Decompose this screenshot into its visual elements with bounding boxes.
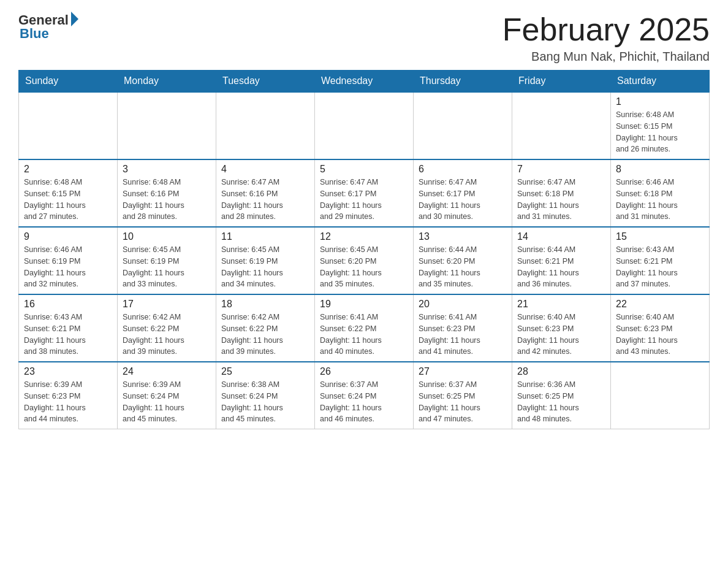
day-number: 16	[24, 299, 112, 310]
calendar-cell: 6Sunrise: 6:47 AM Sunset: 6:17 PM Daylig…	[414, 159, 512, 227]
day-number: 6	[419, 164, 507, 175]
title-section: February 2025 Bang Mun Nak, Phichit, Tha…	[502, 12, 710, 64]
logo-arrow-icon	[71, 12, 78, 26]
day-info: Sunrise: 6:41 AM Sunset: 6:22 PM Dayligh…	[320, 312, 408, 358]
calendar-cell: 26Sunrise: 6:37 AM Sunset: 6:24 PM Dayli…	[315, 362, 414, 429]
day-number: 2	[24, 164, 112, 175]
calendar-cell: 10Sunrise: 6:45 AM Sunset: 6:19 PM Dayli…	[118, 227, 216, 294]
day-info: Sunrise: 6:47 AM Sunset: 6:17 PM Dayligh…	[320, 177, 408, 223]
column-header-friday: Friday	[512, 71, 611, 93]
day-number: 5	[320, 164, 408, 175]
day-number: 4	[221, 164, 309, 175]
calendar-cell: 5Sunrise: 6:47 AM Sunset: 6:17 PM Daylig…	[315, 159, 414, 227]
column-header-monday: Monday	[118, 71, 216, 93]
day-number: 14	[517, 231, 605, 242]
calendar-cell: 11Sunrise: 6:45 AM Sunset: 6:19 PM Dayli…	[216, 227, 315, 294]
column-header-tuesday: Tuesday	[216, 71, 315, 93]
page-header: General Blue February 2025 Bang Mun Nak,…	[18, 12, 710, 64]
day-number: 17	[123, 299, 211, 310]
day-info: Sunrise: 6:45 AM Sunset: 6:19 PM Dayligh…	[221, 244, 309, 290]
column-header-thursday: Thursday	[414, 71, 512, 93]
calendar-week-row: 16Sunrise: 6:43 AM Sunset: 6:21 PM Dayli…	[19, 294, 710, 362]
day-info: Sunrise: 6:41 AM Sunset: 6:23 PM Dayligh…	[419, 312, 507, 358]
column-header-saturday: Saturday	[611, 71, 710, 93]
day-info: Sunrise: 6:45 AM Sunset: 6:19 PM Dayligh…	[123, 244, 211, 290]
day-info: Sunrise: 6:44 AM Sunset: 6:20 PM Dayligh…	[419, 244, 507, 290]
day-info: Sunrise: 6:37 AM Sunset: 6:24 PM Dayligh…	[320, 379, 408, 425]
calendar-cell: 4Sunrise: 6:47 AM Sunset: 6:16 PM Daylig…	[216, 159, 315, 227]
day-info: Sunrise: 6:48 AM Sunset: 6:15 PM Dayligh…	[24, 177, 112, 223]
calendar-week-row: 1Sunrise: 6:48 AM Sunset: 6:15 PM Daylig…	[19, 92, 710, 159]
logo: General Blue	[18, 12, 78, 42]
day-number: 20	[419, 299, 507, 310]
calendar-cell	[216, 92, 315, 159]
calendar-cell: 28Sunrise: 6:36 AM Sunset: 6:25 PM Dayli…	[512, 362, 611, 429]
day-info: Sunrise: 6:47 AM Sunset: 6:18 PM Dayligh…	[517, 177, 605, 223]
day-info: Sunrise: 6:40 AM Sunset: 6:23 PM Dayligh…	[517, 312, 605, 358]
day-info: Sunrise: 6:46 AM Sunset: 6:18 PM Dayligh…	[616, 177, 704, 223]
calendar-table: SundayMondayTuesdayWednesdayThursdayFrid…	[18, 70, 710, 429]
day-number: 13	[419, 231, 507, 242]
calendar-cell: 25Sunrise: 6:38 AM Sunset: 6:24 PM Dayli…	[216, 362, 315, 429]
day-info: Sunrise: 6:42 AM Sunset: 6:22 PM Dayligh…	[123, 312, 211, 358]
day-number: 9	[24, 231, 112, 242]
column-header-sunday: Sunday	[19, 71, 118, 93]
logo-blue-text: Blue	[20, 26, 49, 42]
day-info: Sunrise: 6:44 AM Sunset: 6:21 PM Dayligh…	[517, 244, 605, 290]
day-info: Sunrise: 6:48 AM Sunset: 6:15 PM Dayligh…	[616, 109, 704, 155]
day-number: 15	[616, 231, 704, 242]
day-number: 12	[320, 231, 408, 242]
calendar-cell: 20Sunrise: 6:41 AM Sunset: 6:23 PM Dayli…	[414, 294, 512, 362]
calendar-subtitle: Bang Mun Nak, Phichit, Thailand	[502, 50, 710, 64]
calendar-cell: 9Sunrise: 6:46 AM Sunset: 6:19 PM Daylig…	[19, 227, 118, 294]
calendar-cell: 2Sunrise: 6:48 AM Sunset: 6:15 PM Daylig…	[19, 159, 118, 227]
calendar-cell	[512, 92, 611, 159]
day-info: Sunrise: 6:46 AM Sunset: 6:19 PM Dayligh…	[24, 244, 112, 290]
day-info: Sunrise: 6:42 AM Sunset: 6:22 PM Dayligh…	[221, 312, 309, 358]
day-number: 3	[123, 164, 211, 175]
calendar-cell	[611, 362, 710, 429]
day-info: Sunrise: 6:39 AM Sunset: 6:24 PM Dayligh…	[123, 379, 211, 425]
day-info: Sunrise: 6:48 AM Sunset: 6:16 PM Dayligh…	[123, 177, 211, 223]
day-number: 25	[221, 366, 309, 377]
calendar-cell: 7Sunrise: 6:47 AM Sunset: 6:18 PM Daylig…	[512, 159, 611, 227]
calendar-cell: 16Sunrise: 6:43 AM Sunset: 6:21 PM Dayli…	[19, 294, 118, 362]
day-number: 23	[24, 366, 112, 377]
calendar-title: February 2025	[502, 12, 710, 47]
day-info: Sunrise: 6:47 AM Sunset: 6:17 PM Dayligh…	[419, 177, 507, 223]
calendar-cell	[315, 92, 414, 159]
calendar-header-row: SundayMondayTuesdayWednesdayThursdayFrid…	[19, 71, 710, 93]
calendar-cell: 24Sunrise: 6:39 AM Sunset: 6:24 PM Dayli…	[118, 362, 216, 429]
day-number: 8	[616, 164, 704, 175]
calendar-cell	[118, 92, 216, 159]
day-info: Sunrise: 6:37 AM Sunset: 6:25 PM Dayligh…	[419, 379, 507, 425]
calendar-cell: 23Sunrise: 6:39 AM Sunset: 6:23 PM Dayli…	[19, 362, 118, 429]
calendar-cell: 13Sunrise: 6:44 AM Sunset: 6:20 PM Dayli…	[414, 227, 512, 294]
day-number: 19	[320, 299, 408, 310]
calendar-week-row: 2Sunrise: 6:48 AM Sunset: 6:15 PM Daylig…	[19, 159, 710, 227]
day-info: Sunrise: 6:45 AM Sunset: 6:20 PM Dayligh…	[320, 244, 408, 290]
calendar-cell	[19, 92, 118, 159]
day-number: 22	[616, 299, 704, 310]
day-info: Sunrise: 6:39 AM Sunset: 6:23 PM Dayligh…	[24, 379, 112, 425]
day-number: 27	[419, 366, 507, 377]
day-info: Sunrise: 6:43 AM Sunset: 6:21 PM Dayligh…	[616, 244, 704, 290]
day-info: Sunrise: 6:47 AM Sunset: 6:16 PM Dayligh…	[221, 177, 309, 223]
day-number: 21	[517, 299, 605, 310]
calendar-cell	[414, 92, 512, 159]
calendar-cell: 12Sunrise: 6:45 AM Sunset: 6:20 PM Dayli…	[315, 227, 414, 294]
day-number: 10	[123, 231, 211, 242]
calendar-cell: 14Sunrise: 6:44 AM Sunset: 6:21 PM Dayli…	[512, 227, 611, 294]
column-header-wednesday: Wednesday	[315, 71, 414, 93]
day-info: Sunrise: 6:43 AM Sunset: 6:21 PM Dayligh…	[24, 312, 112, 358]
day-info: Sunrise: 6:40 AM Sunset: 6:23 PM Dayligh…	[616, 312, 704, 358]
calendar-cell: 3Sunrise: 6:48 AM Sunset: 6:16 PM Daylig…	[118, 159, 216, 227]
calendar-cell: 19Sunrise: 6:41 AM Sunset: 6:22 PM Dayli…	[315, 294, 414, 362]
calendar-cell: 22Sunrise: 6:40 AM Sunset: 6:23 PM Dayli…	[611, 294, 710, 362]
day-number: 11	[221, 231, 309, 242]
calendar-cell: 8Sunrise: 6:46 AM Sunset: 6:18 PM Daylig…	[611, 159, 710, 227]
calendar-cell: 17Sunrise: 6:42 AM Sunset: 6:22 PM Dayli…	[118, 294, 216, 362]
day-number: 7	[517, 164, 605, 175]
day-info: Sunrise: 6:36 AM Sunset: 6:25 PM Dayligh…	[517, 379, 605, 425]
day-number: 26	[320, 366, 408, 377]
